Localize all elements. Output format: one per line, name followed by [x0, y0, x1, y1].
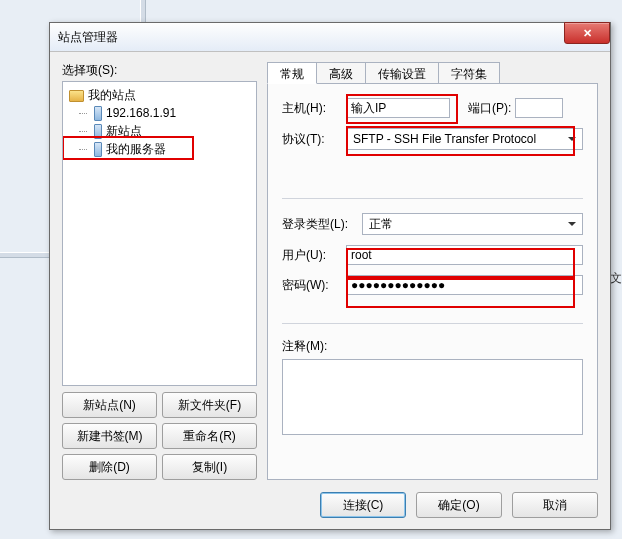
new-site-button[interactable]: 新站点(N)	[62, 392, 157, 418]
protocol-select[interactable]: SFTP - SSH File Transfer Protocol	[346, 128, 583, 150]
password-input[interactable]	[346, 275, 583, 295]
port-input[interactable]	[515, 98, 563, 118]
tabs: 常规 高级 传输设置 字符集	[267, 62, 598, 84]
btn-label: 新文件夹(F)	[178, 397, 241, 414]
user-input[interactable]	[346, 245, 583, 265]
tree-item-label: 192.168.1.91	[106, 106, 176, 120]
comment-label: 注释(M):	[282, 338, 583, 355]
logon-type-select[interactable]: 正常	[362, 213, 583, 235]
tree-item-label: 新站点	[106, 123, 142, 140]
password-label: 密码(W):	[282, 277, 346, 294]
new-folder-button[interactable]: 新文件夹(F)	[162, 392, 257, 418]
tab-label: 高级	[329, 67, 353, 81]
logon-type-label: 登录类型(L):	[282, 216, 362, 233]
btn-label: 删除(D)	[89, 459, 130, 476]
tree-item-2[interactable]: 我的服务器	[65, 140, 254, 158]
close-button[interactable]: ✕	[564, 22, 610, 44]
server-icon	[94, 142, 102, 157]
right-column: 常规 高级 传输设置 字符集 主机(H): 端口(P): 协议(T):	[267, 62, 598, 480]
tree-root-label: 我的站点	[88, 87, 136, 104]
site-tree[interactable]: 我的站点 192.168.1.91 新站点 我的服务器	[62, 81, 257, 386]
btn-label: 连接(C)	[343, 497, 384, 514]
row-user: 用户(U):	[282, 245, 583, 265]
btn-label: 重命名(R)	[183, 428, 236, 445]
row-host: 主机(H): 端口(P):	[282, 98, 583, 118]
top-row: 选择项(S): 我的站点 192.168.1.91 新站点	[62, 62, 598, 480]
port-label: 端口(P):	[468, 100, 511, 117]
btn-label: 新站点(N)	[83, 397, 136, 414]
rename-button[interactable]: 重命名(R)	[162, 423, 257, 449]
comment-textarea[interactable]	[282, 359, 583, 435]
tree-item-label: 我的服务器	[106, 141, 166, 158]
select-value: 正常	[369, 216, 393, 233]
user-label: 用户(U):	[282, 247, 346, 264]
host-input[interactable]	[346, 98, 450, 118]
ok-button[interactable]: 确定(O)	[416, 492, 502, 518]
cancel-button[interactable]: 取消	[512, 492, 598, 518]
tree-root[interactable]: 我的站点	[65, 86, 254, 104]
select-item-label: 选择项(S):	[62, 62, 257, 79]
btn-label: 新建书签(M)	[77, 428, 143, 445]
tab-general[interactable]: 常规	[267, 62, 317, 84]
row-logon-type: 登录类型(L): 正常	[282, 213, 583, 235]
dialog-body: 选择项(S): 我的站点 192.168.1.91 新站点	[50, 52, 610, 530]
footer-buttons: 连接(C) 确定(O) 取消	[62, 492, 598, 518]
tab-content-general: 主机(H): 端口(P): 协议(T): SFTP - SSH File Tra…	[267, 83, 598, 480]
protocol-label: 协议(T):	[282, 131, 346, 148]
background-text: 文	[610, 270, 622, 287]
row-protocol: 协议(T): SFTP - SSH File Transfer Protocol	[282, 128, 583, 150]
divider-1	[282, 198, 583, 199]
tab-transfer[interactable]: 传输设置	[365, 62, 439, 84]
site-action-buttons: 新站点(N) 新文件夹(F) 新建书签(M) 重命名(R) 删除(D) 复制(I…	[62, 392, 257, 480]
tree-item-0[interactable]: 192.168.1.91	[65, 104, 254, 122]
delete-button[interactable]: 删除(D)	[62, 454, 157, 480]
background-divider-vertical	[140, 0, 146, 24]
server-icon	[94, 106, 102, 121]
site-manager-dialog: 站点管理器 ✕ 选择项(S): 我的站点 192.168.1.91	[49, 22, 611, 530]
close-icon: ✕	[583, 27, 592, 40]
tab-charset[interactable]: 字符集	[438, 62, 500, 84]
left-column: 选择项(S): 我的站点 192.168.1.91 新站点	[62, 62, 257, 480]
tab-label: 传输设置	[378, 67, 426, 81]
connect-button[interactable]: 连接(C)	[320, 492, 406, 518]
dialog-title: 站点管理器	[50, 29, 118, 46]
host-label: 主机(H):	[282, 100, 346, 117]
tab-label: 常规	[280, 67, 304, 81]
background-divider-horizontal	[0, 252, 50, 258]
select-value: SFTP - SSH File Transfer Protocol	[353, 132, 536, 146]
tab-label: 字符集	[451, 67, 487, 81]
server-icon	[94, 124, 102, 139]
copy-button[interactable]: 复制(I)	[162, 454, 257, 480]
btn-label: 确定(O)	[438, 497, 479, 514]
tab-advanced[interactable]: 高级	[316, 62, 366, 84]
btn-label: 取消	[543, 497, 567, 514]
new-bookmark-button[interactable]: 新建书签(M)	[62, 423, 157, 449]
titlebar[interactable]: 站点管理器 ✕	[50, 23, 610, 52]
row-password: 密码(W):	[282, 275, 583, 295]
btn-label: 复制(I)	[192, 459, 227, 476]
divider-2	[282, 323, 583, 324]
folder-icon	[69, 90, 84, 102]
tree-item-1[interactable]: 新站点	[65, 122, 254, 140]
